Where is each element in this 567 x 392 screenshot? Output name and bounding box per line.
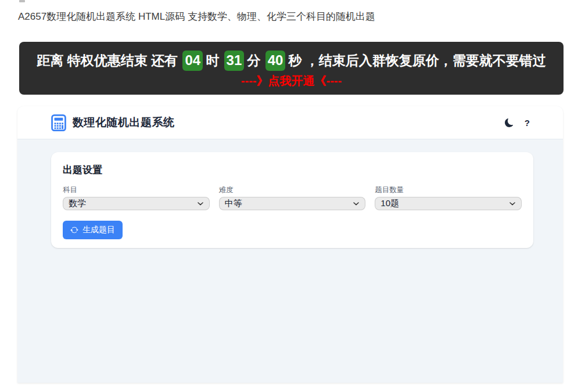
subject-label: 科目 xyxy=(63,186,210,194)
subject-select[interactable]: 数学 xyxy=(63,197,210,210)
countdown-seconds-badge: 40 xyxy=(265,51,286,71)
subject-field: 科目 数学 xyxy=(63,186,210,210)
settings-card: 出题设置 科目 数学 难度 中等 xyxy=(51,152,533,248)
generate-questions-button[interactable]: 生成题目 xyxy=(63,221,123,239)
calculator-icon xyxy=(51,114,66,131)
question-count-select[interactable]: 10题 xyxy=(375,197,522,210)
app-title: 数理化随机出题系统 xyxy=(73,115,175,130)
clipped-element-fragment xyxy=(19,0,25,2)
dark-mode-toggle-button[interactable] xyxy=(505,117,514,128)
difficulty-label: 难度 xyxy=(219,186,366,194)
countdown-line: 距离 特权优惠结束 还有 04 时 31 分 40 秒 ，结束后入群恢复原价，需… xyxy=(37,51,546,71)
page-title: A2657数理化随机出题系统 HTML源码 支持数学、物理、化学三个科目的随机出… xyxy=(18,9,550,24)
spacer xyxy=(219,54,223,67)
settings-heading: 出题设置 xyxy=(63,165,522,176)
activate-link[interactable]: ----》点我开通《---- xyxy=(241,74,342,88)
countdown-minutes-unit: 分 xyxy=(247,54,260,67)
question-count-field: 题目数量 10题 xyxy=(375,186,522,210)
question-count-select-value: 10题 xyxy=(381,199,399,207)
page: { "page_title": "A2657数理化随机出题系统 HTML源码 支… xyxy=(0,0,567,392)
countdown-minutes-badge: 31 xyxy=(224,51,245,71)
chevron-down-icon xyxy=(509,202,515,206)
countdown-seconds-unit: 秒 xyxy=(288,54,302,67)
question-count-label: 题目数量 xyxy=(375,186,522,194)
fields-grid: 科目 数学 难度 中等 题目数量 xyxy=(63,186,522,210)
header-actions: ? xyxy=(505,117,530,128)
app-window: 数理化随机出题系统 ? 出题设置 科目 数学 xyxy=(17,106,563,383)
app-header: 数理化随机出题系统 ? xyxy=(17,106,563,139)
difficulty-select-value: 中等 xyxy=(225,199,242,207)
generate-button-label: 生成题目 xyxy=(82,225,115,235)
countdown-hours-badge: 04 xyxy=(182,51,203,71)
difficulty-field: 难度 中等 xyxy=(219,186,366,210)
moon-icon xyxy=(505,118,514,127)
help-button[interactable]: ? xyxy=(525,117,530,128)
countdown-prefix-text: 距离 特权优惠结束 还有 xyxy=(37,54,181,67)
refresh-icon xyxy=(70,226,78,234)
subject-select-value: 数学 xyxy=(69,199,86,207)
chevron-down-icon xyxy=(353,202,359,206)
promo-banner: 距离 特权优惠结束 还有 04 时 31 分 40 秒 ，结束后入群恢复原价，需… xyxy=(19,42,564,95)
countdown-suffix-text: ，结束后入群恢复原价，需要就不要错过 xyxy=(302,54,546,67)
app-header-left: 数理化随机出题系统 xyxy=(51,114,175,131)
difficulty-select[interactable]: 中等 xyxy=(219,197,366,210)
chevron-down-icon xyxy=(198,202,203,206)
spacer xyxy=(260,54,264,67)
countdown-hours-unit: 时 xyxy=(206,54,219,67)
